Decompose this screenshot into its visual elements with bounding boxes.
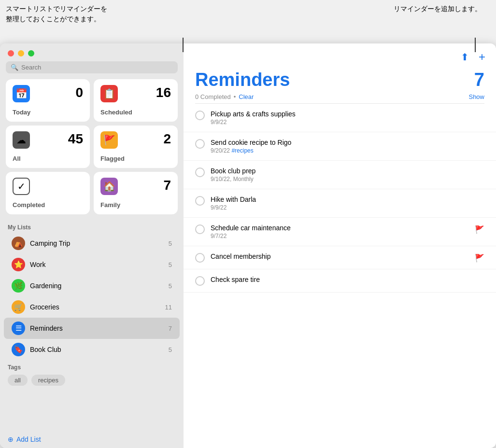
smart-count-flagged: 2 <box>163 131 171 147</box>
smart-label-all: All <box>13 155 83 162</box>
list-icon-gardening: 🌿 <box>12 279 25 293</box>
main-header: Reminders 7 <box>184 65 496 90</box>
reminder-body-r5: Schedule car maintenance 9/7/22 <box>211 224 469 239</box>
reminder-body-r4: Hike with Darla 9/9/22 <box>211 196 484 211</box>
smart-label-completed: Completed <box>13 201 83 209</box>
list-name-groceries: Groceries <box>30 303 160 311</box>
reminder-title-r1: Pickup arts & crafts supplies <box>211 110 484 118</box>
list-count-work: 5 <box>169 261 172 268</box>
reminder-checkbox-r7[interactable] <box>195 276 205 286</box>
close-button[interactable] <box>8 50 14 56</box>
tag-pill[interactable]: all <box>8 375 28 386</box>
smart-count-today: 0 <box>75 85 83 100</box>
main-content: ⬆ + Reminders 7 0 Completed • Clear Show… <box>184 43 496 448</box>
list-item-work[interactable]: ⭐ Work 5 <box>4 254 180 275</box>
add-list-label: Add List <box>16 435 41 443</box>
reminder-subtitle-r3: 9/10/22, Monthly <box>211 176 484 182</box>
list-name-gardening: Gardening <box>30 282 164 290</box>
reminder-body-r7: Check spare tire <box>211 276 484 283</box>
list-icon-camping: ⛺ <box>12 237 25 250</box>
reminder-subtitle-r4: 9/9/22 <box>211 204 484 211</box>
smart-count-family: 7 <box>163 178 171 193</box>
show-button[interactable]: Show <box>468 93 484 100</box>
maximize-button[interactable] <box>28 50 34 56</box>
smart-card-today[interactable]: 📅 0 Today <box>6 79 90 122</box>
list-item-reminders[interactable]: ☰ Reminders 7 <box>4 318 180 339</box>
main-count: 7 <box>474 70 484 90</box>
main-toolbar: ⬆ + <box>184 43 496 65</box>
add-list-button[interactable]: ⊕ Add List <box>0 431 184 448</box>
reminder-checkbox-r5[interactable] <box>195 224 205 234</box>
list-item-gardening[interactable]: 🌿 Gardening 5 <box>4 275 180 296</box>
titlebar <box>0 43 184 61</box>
share-button[interactable]: ⬆ <box>460 50 470 64</box>
smart-card-family[interactable]: 🏠 7 Family <box>94 172 178 214</box>
smart-label-family: Family <box>100 201 171 209</box>
smart-icon-flagged: 🚩 <box>100 131 118 149</box>
reminder-subtitle-r2: 9/20/22 #recipes <box>211 147 484 154</box>
reminder-title-r4: Hike with Darla <box>211 196 484 203</box>
list-icon-work: ⭐ <box>12 258 25 271</box>
tags-header: Tags <box>0 360 184 373</box>
list-name-work: Work <box>30 261 164 268</box>
callout-right: リマインダーを追加します。 <box>394 4 482 14</box>
list-icon-groceries: 🛒 <box>12 300 25 314</box>
smart-card-flagged[interactable]: 🚩 2 Flagged <box>94 126 178 168</box>
reminder-item-r7: Check spare tire <box>184 269 496 293</box>
reminder-title-r7: Check spare tire <box>211 276 484 283</box>
list-name-reminders: Reminders <box>30 324 164 332</box>
tags-row: all recipes <box>0 373 184 388</box>
sidebar: 🔍 📅 0 Today 📋 16 Scheduled ☁ 45 All 🚩 2 … <box>0 43 184 448</box>
list-count-bookclub: 5 <box>169 346 172 353</box>
reminder-flag-r6: 🚩 <box>475 253 484 263</box>
list-count-gardening: 5 <box>169 282 172 290</box>
reminder-subtitle-r1: 9/9/22 <box>211 119 484 126</box>
list-item-camping[interactable]: ⛺ Camping Trip 5 <box>4 233 180 254</box>
list-item-groceries[interactable]: 🛒 Groceries 11 <box>4 296 180 318</box>
tag-pill-2[interactable]: recipes <box>31 375 65 386</box>
reminder-item-r2: Send cookie recipe to Rigo 9/20/22 #reci… <box>184 132 496 161</box>
callout-line-right <box>475 38 476 52</box>
minimize-button[interactable] <box>18 50 24 56</box>
smart-card-completed[interactable]: ✓ Completed <box>6 172 90 214</box>
reminder-checkbox-r1[interactable] <box>195 111 205 120</box>
list-count-reminders: 7 <box>169 325 172 332</box>
reminder-checkbox-r3[interactable] <box>195 168 205 177</box>
callout-left: スマートリストでリマインダーを 整理しておくことができます。 <box>0 0 113 28</box>
reminder-flag-r5: 🚩 <box>475 225 484 234</box>
search-input[interactable] <box>21 64 173 71</box>
list-name-camping: Camping Trip <box>30 239 164 247</box>
reminder-title-r2: Send cookie recipe to Rigo <box>211 139 484 146</box>
reminder-item-r5: Schedule car maintenance 9/7/22 🚩 <box>184 218 496 246</box>
smart-label-today: Today <box>13 109 83 116</box>
smart-card-scheduled[interactable]: 📋 16 Scheduled <box>94 79 178 122</box>
smart-card-all[interactable]: ☁ 45 All <box>6 126 90 168</box>
list-name-bookclub: Book Club <box>30 346 164 353</box>
reminder-subtitle-r5: 9/7/22 <box>211 233 469 239</box>
reminder-body-r2: Send cookie recipe to Rigo 9/20/22 #reci… <box>211 139 484 154</box>
smart-icon-completed: ✓ <box>13 178 30 195</box>
tag-link-r2[interactable]: #recipes <box>231 147 253 154</box>
reminder-checkbox-r6[interactable] <box>195 253 205 263</box>
list-item-bookclub[interactable]: 🔖 Book Club 5 <box>4 339 180 360</box>
reminder-item-r6: Cancel membership 🚩 <box>184 246 496 269</box>
smart-icon-family: 🏠 <box>100 178 118 195</box>
search-icon: 🔍 <box>11 64 18 71</box>
main-title: Reminders <box>195 70 290 90</box>
reminder-item-r4: Hike with Darla 9/9/22 <box>184 189 496 218</box>
smart-list-grid: 📅 0 Today 📋 16 Scheduled ☁ 45 All 🚩 2 Fl… <box>0 79 184 220</box>
add-reminder-button[interactable]: + <box>478 49 486 65</box>
reminder-item-r1: Pickup arts & crafts supplies 9/9/22 <box>184 104 496 132</box>
list-count-camping: 5 <box>169 240 172 247</box>
search-bar[interactable]: 🔍 <box>6 61 178 73</box>
reminder-body-r3: Book club prep 9/10/22, Monthly <box>211 167 484 182</box>
smart-label-scheduled: Scheduled <box>100 109 171 116</box>
smart-label-flagged: Flagged <box>100 155 171 162</box>
reminder-checkbox-r2[interactable] <box>195 139 205 149</box>
reminder-checkbox-r4[interactable] <box>195 196 205 206</box>
completed-bar: 0 Completed • Clear Show <box>184 90 496 103</box>
clear-button[interactable]: Clear <box>239 93 254 100</box>
add-list-icon: ⊕ <box>8 435 14 443</box>
list-count-groceries: 11 <box>165 304 172 311</box>
list-icon-bookclub: 🔖 <box>12 343 25 356</box>
